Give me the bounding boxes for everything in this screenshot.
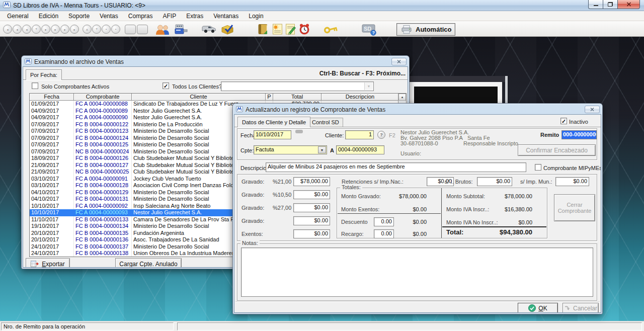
users-icon[interactable]: [156, 24, 170, 35]
inactivo-checkbox[interactable]: [560, 118, 567, 124]
menu-general[interactable]: General: [2, 11, 34, 21]
window-titlebar[interactable]: SD Libros de IVA - Menna Tours - USUARIO…: [0, 0, 644, 11]
tab-datos-cliente[interactable]: Datos de Cliente y Detalle: [237, 117, 310, 127]
imp-municipal-label: s/ Imp. Mun.:: [520, 179, 552, 185]
solo-activos-checkbox[interactable]: [32, 82, 38, 89]
doc-pencil-icon[interactable]: [285, 23, 297, 35]
cancelar-label: Cancelar: [573, 305, 597, 312]
edit-dialog-titlebar[interactable]: Actualizando un registro de Comprobante …: [234, 105, 601, 114]
nav-button-3[interactable]: ◂: [22, 25, 31, 34]
gravado-input[interactable]: $0.00: [293, 203, 330, 212]
gravado-label: Gravado:: [242, 179, 264, 185]
ingresos-brutos-label: s/ I. Brutos:: [445, 179, 473, 185]
remito-label: Remito: [540, 132, 559, 138]
column-header-p[interactable]: P: [266, 94, 273, 101]
browse-close-button[interactable]: [391, 58, 407, 65]
cancelar-button[interactable]: Cancelar: [562, 303, 599, 313]
menu-login[interactable]: Login: [244, 11, 268, 21]
chevron-down-icon[interactable]: ▼: [364, 82, 373, 90]
ok-button[interactable]: OK: [518, 303, 558, 313]
register-icon[interactable]: [174, 23, 188, 35]
menu-extras[interactable]: Extras: [181, 11, 208, 21]
box-check-icon[interactable]: [221, 23, 234, 35]
exportar-button[interactable]: Exportar: [26, 258, 70, 268]
ingresos-brutos-input[interactable]: $0.00: [477, 177, 512, 186]
cerrar-comprobante-button[interactable]: Cerrar Comprobante: [554, 194, 595, 221]
clientes-combobox[interactable]: ▼: [221, 81, 374, 91]
automatico-button[interactable]: Automático: [396, 23, 455, 36]
nav-button-7[interactable]: ▸: [60, 25, 69, 34]
restore-button[interactable]: [603, 0, 617, 9]
recargo-input[interactable]: 0.00: [374, 229, 394, 238]
edit-close-button[interactable]: [585, 106, 600, 113]
doc-sun-icon[interactable]: [272, 23, 283, 35]
help-button[interactable]: ?: [377, 131, 385, 139]
gravado-input[interactable]: $0.00: [293, 216, 330, 225]
menu-ventas[interactable]: Ventas: [95, 11, 123, 21]
fecha-input[interactable]: 10/10/2017: [254, 130, 291, 139]
ok-check-icon: [528, 304, 536, 312]
nav-button-12[interactable]: •: [111, 25, 120, 34]
nav-button-10[interactable]: ?: [92, 25, 101, 34]
confirmar-encabezado-button[interactable]: Confirmar Encabezado: [518, 144, 596, 156]
nav-button-9[interactable]: ∧: [83, 25, 92, 34]
clock-icon[interactable]: [298, 23, 310, 35]
sd-help-icon[interactable]: SD?: [362, 23, 377, 36]
status-secondary-panel: [177, 322, 642, 330]
descripcion-input[interactable]: Alquiler de Minibus 24 pasajeros en mes …: [266, 162, 526, 172]
comprobante-numero-input[interactable]: 0004-00000093: [336, 145, 384, 154]
imp-municipal-input[interactable]: $0.00: [555, 177, 589, 186]
column-header-cliente[interactable]: Cliente: [132, 94, 266, 101]
browse-dialog-titlebar[interactable]: Examinando el archivo de Ventas: [23, 57, 408, 66]
gravado-pct-label: %21,00: [273, 179, 291, 185]
menu-soporte[interactable]: Soporte: [63, 11, 95, 21]
tab-control-sd[interactable]: Control SD: [308, 118, 343, 127]
book-icon[interactable]: [257, 23, 269, 35]
menu-ventanas[interactable]: Ventanas: [208, 11, 244, 21]
nav-button-6[interactable]: ▸: [51, 25, 60, 34]
gravado-input[interactable]: $78,000.00: [293, 177, 330, 186]
statusbar: Nro. de Remito para la operación: [0, 321, 644, 331]
notas-textarea[interactable]: [241, 247, 593, 297]
nav-button-5[interactable]: ▸: [41, 25, 50, 34]
iva-inscripto-value: $16,380.00: [476, 206, 532, 213]
cargar-anulado-button[interactable]: Cargar Cpte. Anulado: [115, 258, 182, 268]
truck-icon[interactable]: [201, 24, 216, 35]
remito-input[interactable]: 000-00000000: [561, 130, 597, 139]
letra-label: A: [330, 147, 334, 154]
cargar-anulado-label: Cargar Cpte. Anulado: [119, 261, 177, 268]
gravado-label: Gravado:: [242, 205, 264, 211]
column-header-descripcion[interactable]: Descripcion: [321, 94, 399, 101]
recargo-value: $0.00: [395, 231, 427, 237]
calendar-icon[interactable]: [295, 130, 303, 133]
column-header-total[interactable]: Total: [273, 94, 321, 101]
todos-clientes-checkbox[interactable]: [163, 82, 169, 89]
mipymes-checkbox[interactable]: [535, 164, 541, 171]
nav-button-11[interactable]: •: [102, 25, 111, 34]
cliente-input[interactable]: 1: [345, 130, 374, 139]
menu-afip[interactable]: AFIP: [157, 11, 181, 21]
chevron-down-icon[interactable]: ▼: [318, 146, 326, 153]
totales-divider: [338, 213, 441, 214]
gravado-pct-label: %27,00: [273, 205, 291, 211]
cpte-dropdown[interactable]: Factuta ▼: [254, 145, 327, 154]
close-button[interactable]: [617, 0, 640, 9]
descuento-input[interactable]: 0.00: [374, 217, 394, 226]
nav-button-1[interactable]: ◂: [3, 25, 12, 34]
scroll-up-icon[interactable]: ▲: [398, 94, 406, 101]
column-header-comprobante[interactable]: Comprobante: [74, 94, 132, 101]
toolbar-blank-button-1[interactable]: [125, 25, 136, 34]
nav-button-4[interactable]: ?: [32, 25, 41, 34]
toolbar: ◂◂◂?▸▸▸▸∧?••SD? Automático: [0, 21, 644, 37]
column-header-fecha[interactable]: Fecha: [30, 94, 74, 101]
menu-compras[interactable]: Compras: [123, 11, 158, 21]
gravado-input[interactable]: $0.00: [293, 190, 330, 199]
menu-edición[interactable]: Edición: [34, 11, 63, 21]
key-icon[interactable]: [324, 24, 339, 34]
minimize-button[interactable]: [588, 0, 603, 9]
toolbar-blank-button-2[interactable]: [137, 25, 148, 34]
tab-por-fecha[interactable]: Por Fecha:: [26, 69, 62, 80]
nav-button-8[interactable]: ▸: [70, 25, 79, 34]
nav-button-2[interactable]: ◂: [13, 25, 22, 34]
gravado-input[interactable]: $0.00: [293, 229, 330, 238]
